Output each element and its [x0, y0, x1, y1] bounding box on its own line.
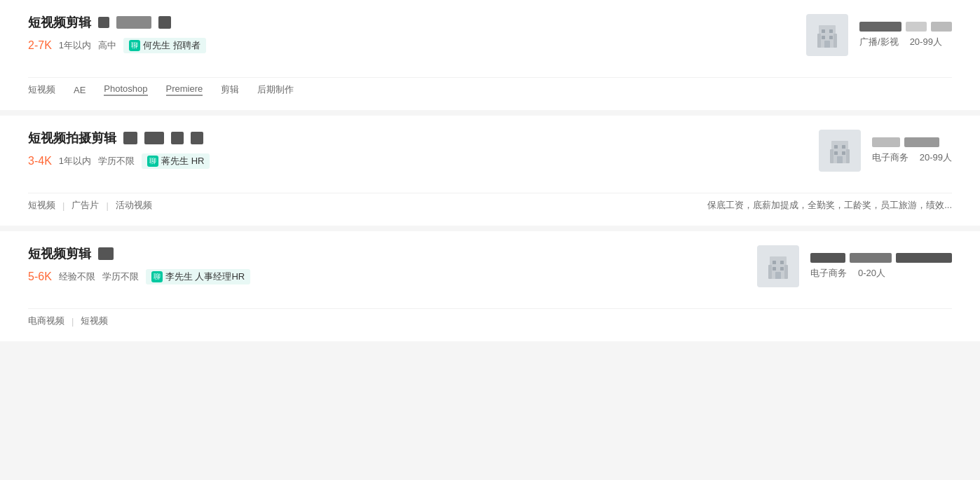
- company-name-block-1: [904, 137, 939, 147]
- skills-row: 短视频|广告片|活动视频: [28, 199, 152, 212]
- company-meta: 电子商务20-99人: [872, 151, 952, 164]
- company-logo: [806, 14, 848, 56]
- job-education: 高中: [98, 39, 116, 52]
- company-industry: 电子商务: [872, 151, 908, 164]
- skill-tag-5: 后期制作: [257, 83, 294, 96]
- svg-rect-9: [834, 145, 838, 149]
- job-card-top: 短视频剪辑2-7K1年以内高中聊何先生 招聘者 广播/影视20-99人: [28, 14, 952, 63]
- svg-rect-5: [824, 41, 830, 48]
- skill-tag-2: 活动视频: [116, 199, 152, 212]
- job-card-job2[interactable]: 短视频拍摄剪辑3-4K1年以内学历不限聊蒋先生 HR 电子商务20-99人短视频…: [0, 116, 980, 226]
- job-right: 电子商务0-20人: [742, 245, 952, 287]
- card-bottom-row: 电商视频|短视频: [28, 315, 952, 327]
- job-education: 学历不限: [98, 155, 135, 167]
- job-salary: 3-4K: [28, 155, 52, 167]
- title-block-1: [116, 16, 151, 29]
- svg-rect-17: [773, 261, 776, 264]
- title-block-0: [123, 132, 137, 144]
- svg-rect-12: [842, 151, 845, 155]
- company-name-bar: [872, 137, 952, 147]
- job-salary: 2-7K: [28, 39, 52, 52]
- svg-rect-6: [817, 34, 821, 48]
- job-salary: 5-6K: [28, 270, 52, 283]
- card-divider: [28, 308, 952, 309]
- svg-rect-21: [775, 272, 781, 279]
- svg-rect-1: [822, 29, 825, 33]
- job-experience: 1年以内: [59, 39, 91, 52]
- svg-rect-2: [829, 29, 833, 33]
- company-name-block-1: [906, 22, 927, 32]
- job-left: 短视频剪辑5-6K经验不限学历不限聊李先生 人事经理HR: [28, 245, 742, 294]
- job-meta-row: 5-6K经验不限学历不限聊李先生 人事经理HR: [28, 269, 742, 284]
- skill-tag-2: Photoshop: [104, 83, 147, 96]
- skill-tag-3: Premiere: [166, 83, 203, 96]
- skill-tag-0: 电商视频: [28, 315, 64, 327]
- job-title-row: 短视频剪辑: [28, 245, 742, 262]
- company-name-block-0: [810, 253, 845, 263]
- skill-tag-1: AE: [74, 85, 86, 95]
- svg-rect-13: [837, 156, 843, 163]
- company-meta: 电子商务0-20人: [810, 267, 952, 280]
- svg-rect-15: [846, 149, 850, 163]
- job-experience: 经验不限: [59, 270, 95, 283]
- skill-tag-1: 短视频: [81, 315, 108, 327]
- title-block-3: [191, 132, 203, 144]
- skill-tag-0: 短视频: [28, 83, 55, 96]
- job-meta-row: 2-7K1年以内高中聊何先生 招聘者: [28, 38, 742, 53]
- company-logo: [757, 245, 799, 287]
- job-title: 短视频拍摄剪辑: [28, 130, 116, 146]
- job-card-job1[interactable]: 短视频剪辑2-7K1年以内高中聊何先生 招聘者 广播/影视20-99人短视频AE…: [0, 0, 980, 110]
- building-icon: [812, 20, 843, 50]
- company-size: 0-20人: [858, 267, 885, 280]
- title-block-1: [144, 132, 164, 144]
- recruiter-chat-icon: 聊: [147, 156, 158, 167]
- recruiter-tag[interactable]: 聊李先生 人事经理HR: [146, 269, 250, 284]
- company-name-block-2: [896, 253, 952, 263]
- recruiter-chat-icon: 聊: [151, 271, 163, 282]
- svg-rect-20: [780, 267, 784, 270]
- svg-rect-10: [842, 145, 845, 149]
- job-left: 短视频拍摄剪辑3-4K1年以内学历不限聊蒋先生 HR: [28, 130, 742, 179]
- skill-tag-1: 广告片: [72, 199, 99, 212]
- company-industry: 广播/影视: [859, 36, 899, 48]
- job-title: 短视频剪辑: [28, 14, 91, 31]
- title-block-2: [171, 132, 184, 144]
- company-info: 电子商务0-20人: [810, 253, 952, 280]
- skill-tag-0: 短视频: [28, 199, 55, 212]
- card-bottom-row: 短视频|广告片|活动视频保底工资，底薪加提成，全勤奖，工龄奖，员工旅游，绩效..…: [28, 199, 952, 212]
- card-divider: [28, 77, 952, 78]
- recruiter-tag[interactable]: 聊蒋先生 HR: [142, 153, 210, 169]
- skill-divider-1: |: [106, 200, 108, 211]
- job-card-job3[interactable]: 短视频剪辑5-6K经验不限学历不限聊李先生 人事经理HR 电子商务0-20人电商…: [0, 231, 980, 341]
- job-experience: 1年以内: [59, 155, 91, 167]
- card-divider: [28, 193, 952, 193]
- svg-rect-11: [834, 151, 838, 155]
- svg-rect-3: [822, 36, 825, 39]
- company-info: 电子商务20-99人: [872, 137, 952, 164]
- job-card-top: 短视频拍摄剪辑3-4K1年以内学历不限聊蒋先生 HR 电子商务20-99人: [28, 130, 952, 179]
- company-size: 20-99人: [920, 151, 952, 164]
- svg-rect-19: [773, 267, 776, 270]
- company-name-bar: [810, 253, 952, 263]
- company-name-block-0: [872, 137, 900, 147]
- recruiter-name: 李先生 人事经理HR: [165, 270, 245, 283]
- svg-rect-14: [830, 149, 833, 163]
- recruiter-tag[interactable]: 聊何先生 招聘者: [123, 38, 206, 53]
- job-title-row: 短视频拍摄剪辑: [28, 130, 742, 146]
- recruiter-name: 何先生 招聘者: [143, 39, 200, 52]
- card-bottom-row: 短视频AEPhotoshopPremiere剪辑后期制作: [28, 83, 952, 96]
- company-meta: 广播/影视20-99人: [859, 36, 952, 48]
- company-name-block-0: [859, 22, 901, 32]
- job-right: 广播/影视20-99人: [742, 14, 952, 56]
- company-name-block-2: [931, 22, 952, 32]
- skills-row: 短视频AEPhotoshopPremiere剪辑后期制作: [28, 83, 294, 96]
- svg-rect-18: [780, 261, 784, 264]
- company-industry: 电子商务: [810, 267, 847, 280]
- svg-rect-7: [833, 34, 837, 48]
- recruiter-name: 蒋先生 HR: [161, 155, 204, 167]
- company-name-bar: [859, 22, 952, 32]
- svg-rect-22: [768, 265, 772, 279]
- company-info: 广播/影视20-99人: [859, 22, 952, 48]
- job-card-top: 短视频剪辑5-6K经验不限学历不限聊李先生 人事经理HR 电子商务0-20人: [28, 245, 952, 294]
- job-title-row: 短视频剪辑: [28, 14, 742, 31]
